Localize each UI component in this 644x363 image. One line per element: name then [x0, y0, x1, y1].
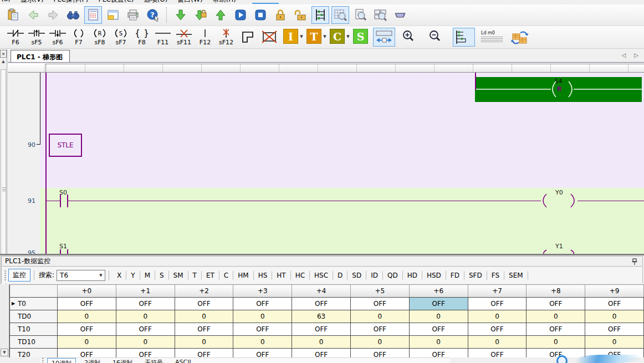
contact-nc-button[interactable]: F6 — [5, 26, 26, 48]
contact-rise-button[interactable]: sF5 — [26, 26, 47, 48]
table-cell[interactable]: 0 — [527, 336, 585, 349]
tab-scroll-arrows[interactable]: ◁ ▷ — [621, 52, 642, 58]
stl-end-instruction[interactable]: STLE — [49, 134, 82, 157]
menu-item[interactable]: PLC操作(P) — [54, 0, 89, 4]
table-cell[interactable]: OFF — [175, 349, 233, 358]
chevron-down-icon[interactable]: ▼ — [97, 270, 105, 280]
toolbar-grip[interactable] — [42, 358, 44, 363]
window-layout-icon[interactable] — [104, 6, 122, 24]
table-cell[interactable]: OFF — [468, 323, 527, 336]
table-cell[interactable]: OFF — [527, 323, 585, 336]
table-cell[interactable]: 0 — [527, 310, 585, 323]
table-cell[interactable]: OFF — [292, 349, 351, 358]
toolbar-grip[interactable] — [4, 270, 6, 280]
zoom-in-icon[interactable] — [400, 28, 422, 47]
convert-icon[interactable] — [509, 28, 531, 47]
table-cell[interactable]: OFF — [350, 349, 409, 358]
register-tab-FD[interactable]: FD — [446, 270, 464, 281]
help-icon[interactable]: ? — [144, 6, 162, 24]
download-secure-icon[interactable] — [192, 6, 209, 24]
table-cell[interactable]: 0 — [233, 336, 292, 349]
table-cell[interactable]: OFF — [585, 323, 644, 336]
instruction-S-button[interactable]: S — [353, 29, 368, 44]
table-cell[interactable]: 0 — [585, 310, 644, 323]
vline-delete-button[interactable]: sF12 — [216, 26, 237, 48]
contact-fall-button[interactable]: sF6 — [47, 26, 68, 48]
table-cell[interactable]: 0 — [585, 336, 644, 349]
register-tab-HT[interactable]: HT — [272, 270, 290, 281]
ladder-editor[interactable]: S4 R 90 STLE 91 S0 Y0 95 S1 — [8, 63, 644, 254]
forward-icon[interactable] — [44, 6, 62, 24]
register-tab-QD[interactable]: QD — [383, 270, 402, 281]
grid-monitor-icon[interactable] — [331, 6, 349, 24]
table-cell[interactable]: OFF — [233, 323, 292, 336]
table-cell[interactable]: 0 — [58, 336, 116, 349]
menu-item[interactable]: PLC设置(C) — [98, 0, 134, 4]
register-tab-M[interactable]: M — [140, 270, 155, 281]
table-cell[interactable]: 0 — [468, 310, 527, 323]
register-tab-SFD[interactable]: SFD — [464, 270, 487, 281]
register-tab-HSD[interactable]: HSD — [422, 270, 446, 281]
instruction-list-icon[interactable]: Ld m0 — [479, 28, 505, 47]
fit-width-icon[interactable] — [373, 28, 395, 47]
register-tab-SM[interactable]: SM — [169, 270, 188, 281]
config-zoom-icon[interactable] — [371, 6, 389, 24]
table-cell[interactable]: OFF — [175, 298, 233, 310]
block-frame-icon[interactable] — [237, 28, 259, 47]
coil-reset-button[interactable]: RsF8 — [89, 26, 110, 48]
format-tab-1[interactable]: 10进制 — [47, 358, 76, 363]
close-icon[interactable]: × — [0, 50, 7, 58]
table-cell[interactable]: OFF — [116, 349, 175, 358]
table-cell[interactable]: OFF — [468, 298, 527, 310]
table-cell[interactable]: OFF — [58, 323, 116, 336]
scroll-down-icon[interactable]: ▼ — [1, 349, 8, 356]
table-cell[interactable]: 0 — [468, 336, 527, 349]
table-cell[interactable]: OFF — [350, 323, 409, 336]
coil-button[interactable]: F7 — [68, 26, 89, 48]
row-header[interactable]: T10 — [10, 323, 58, 336]
block-delete-icon[interactable] — [259, 28, 281, 47]
table-cell[interactable]: OFF — [585, 298, 644, 310]
table-cell[interactable]: OFF — [175, 323, 233, 336]
hline-button[interactable]: F11 — [152, 26, 173, 48]
register-tab-HM[interactable]: HM — [233, 270, 253, 281]
doc-zoom-icon[interactable] — [351, 6, 369, 24]
menu-item[interactable]: (S) — [1, 0, 11, 4]
unlock-icon[interactable] — [292, 6, 309, 24]
instruction-I-button[interactable]: I — [283, 29, 298, 44]
ladder-list-icon[interactable] — [453, 28, 475, 47]
table-cell[interactable]: 0 — [116, 336, 175, 349]
output-coil[interactable] — [540, 193, 579, 209]
table-cell[interactable]: OFF — [409, 323, 468, 336]
register-tab-SD[interactable]: SD — [347, 270, 366, 281]
back-icon[interactable] — [24, 6, 42, 24]
register-tab-HS[interactable]: HS — [254, 270, 272, 281]
table-cell[interactable]: OFF — [350, 298, 409, 310]
ladder-view-icon[interactable] — [311, 6, 329, 24]
table-cell[interactable]: 0 — [350, 310, 409, 323]
vline-button[interactable]: F12 — [195, 26, 216, 48]
menu-item[interactable]: 选项(O) — [144, 0, 168, 4]
format-tab-3[interactable]: 16进制 — [109, 358, 136, 363]
table-cell[interactable]: 0 — [233, 310, 292, 323]
register-tab-X[interactable]: X — [113, 270, 126, 281]
register-tab-FS[interactable]: FS — [487, 270, 504, 281]
table-cell[interactable]: OFF — [409, 349, 468, 358]
register-tab-ID[interactable]: ID — [366, 270, 382, 281]
table-cell[interactable]: 0 — [58, 310, 116, 323]
row-header[interactable]: TD0 — [10, 310, 58, 323]
table-cell[interactable]: 0 — [116, 310, 175, 323]
table-cell[interactable]: 0 — [409, 336, 468, 349]
row-header[interactable]: T20 — [10, 349, 58, 358]
register-tab-T[interactable]: T — [188, 270, 201, 281]
table-cell[interactable]: OFF — [233, 298, 292, 310]
chevron-down-icon[interactable]: ▼ — [299, 29, 304, 44]
instruction-C-button[interactable]: C — [330, 29, 345, 44]
stop-plc-icon[interactable] — [252, 6, 269, 24]
register-tab-HC[interactable]: HC — [291, 270, 309, 281]
table-cell[interactable]: 0 — [175, 310, 233, 323]
zoom-out-icon[interactable] — [426, 28, 448, 47]
table-cell[interactable]: OFF — [409, 298, 468, 310]
register-tab-SEM[interactable]: SEM — [504, 270, 528, 281]
contact-bar[interactable] — [60, 249, 61, 254]
